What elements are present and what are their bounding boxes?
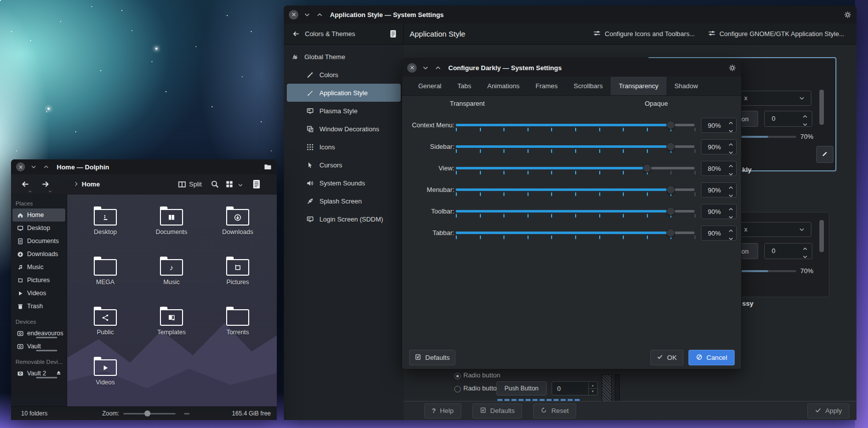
spin-down-icon[interactable] — [802, 254, 808, 261]
zoom-slider-handle[interactable] — [144, 410, 150, 416]
transparency-slider[interactable] — [456, 116, 695, 134]
radio-unselected[interactable] — [454, 386, 461, 392]
minimize-icon[interactable] — [303, 11, 311, 19]
slider-handle[interactable] — [666, 142, 675, 151]
percent-spinbox[interactable]: 90% — [701, 204, 737, 219]
places-item-endeavouros[interactable]: endeavouros — [13, 327, 65, 340]
spin-up-icon[interactable] — [728, 141, 734, 149]
tab-shadow[interactable]: Shadow — [666, 77, 706, 95]
breadcrumb-home[interactable]: Home — [82, 180, 100, 188]
preview-push-button[interactable]: Push Button — [496, 381, 547, 395]
minimize-icon[interactable] — [421, 64, 429, 72]
transparency-slider[interactable] — [456, 181, 695, 199]
system-settings-titlebar[interactable]: Application Style — System Settings — [284, 6, 856, 24]
zoom-slider[interactable] — [123, 413, 176, 414]
folder-desktop[interactable]: Desktop — [75, 206, 135, 251]
places-item-music[interactable]: Music — [13, 261, 65, 274]
maximize-icon[interactable] — [42, 163, 50, 171]
places-item-downloads[interactable]: Downloads — [13, 248, 65, 261]
places-item-videos[interactable]: Videos — [13, 287, 65, 300]
slider-handle[interactable] — [666, 121, 675, 129]
places-item-documents[interactable]: Documents — [13, 235, 65, 248]
preview-scrollbar[interactable] — [819, 90, 824, 125]
defaults-button[interactable]: Defaults — [472, 403, 523, 418]
gear-icon[interactable] — [843, 11, 851, 19]
spin-up-icon[interactable] — [802, 113, 808, 121]
folder-pictures[interactable]: Pictures — [208, 257, 268, 301]
minimize-icon[interactable] — [30, 163, 38, 171]
preview-spinbox[interactable]: 0 — [764, 111, 812, 127]
breadcrumb[interactable]: Colors & Themes — [284, 24, 404, 44]
menu-icon[interactable] — [252, 179, 261, 190]
sidebar-item-colors[interactable]: Colors — [287, 66, 401, 84]
cancel-button[interactable]: Cancel — [688, 350, 735, 365]
back-menu-chevron-icon[interactable] — [28, 187, 32, 195]
percent-spinbox[interactable]: 90% — [701, 118, 737, 133]
percent-spinbox[interactable]: 90% — [701, 139, 737, 154]
forward-menu-chevron-icon[interactable] — [48, 187, 52, 195]
percent-spinbox[interactable]: 80% — [701, 161, 737, 176]
spin-up-icon[interactable] — [802, 246, 808, 253]
tab-tabs[interactable]: Tabs — [449, 77, 479, 95]
reset-button[interactable]: Reset — [533, 403, 576, 418]
preview-scrollbar[interactable] — [819, 220, 824, 252]
spin-down-icon[interactable] — [728, 171, 734, 178]
folder-public[interactable]: Public — [75, 307, 135, 351]
folder-downloads[interactable]: Downloads — [208, 206, 268, 251]
sidebar-item-global-theme[interactable]: Global Theme — [287, 48, 401, 66]
folder-mega[interactable]: MEGA — [75, 257, 135, 301]
folder-videos[interactable]: Videos — [75, 357, 135, 401]
spin-down-icon[interactable] — [728, 192, 734, 200]
tab-transparency[interactable]: Transparency — [611, 77, 666, 95]
slider-handle[interactable] — [666, 229, 675, 237]
slider-handle[interactable] — [666, 185, 675, 194]
transparency-slider[interactable] — [456, 224, 695, 242]
split-label[interactable]: Split — [189, 180, 202, 188]
sidebar-item-icons[interactable]: Icons — [287, 138, 401, 156]
gear-icon[interactable] — [728, 64, 736, 72]
slider-handle[interactable] — [643, 164, 651, 172]
places-item-pictures[interactable]: Pictures — [13, 274, 65, 287]
configure-gtk-style-button[interactable]: Configure GNOME/GTK Application Style... — [708, 30, 844, 39]
tab-animations[interactable]: Animations — [479, 77, 528, 95]
view-mode-chevron-icon[interactable] — [238, 182, 243, 189]
apply-button[interactable]: Apply — [807, 403, 849, 418]
back-icon[interactable] — [292, 30, 300, 38]
transparency-slider[interactable] — [456, 138, 695, 156]
spin-down-icon[interactable] — [802, 121, 808, 129]
help-button[interactable]: ?Help — [424, 403, 461, 418]
tab-general[interactable]: General — [410, 77, 449, 95]
spin-down-icon[interactable] — [728, 236, 734, 243]
places-item-desktop[interactable]: Desktop — [13, 222, 65, 235]
search-icon[interactable] — [211, 180, 219, 190]
folder-templates[interactable]: Templates — [141, 307, 202, 351]
transparency-slider[interactable] — [456, 159, 695, 177]
spin-up-icon[interactable] — [728, 163, 734, 170]
radio-selected[interactable] — [454, 373, 461, 379]
spin-up-icon[interactable] — [728, 228, 734, 235]
darkly-titlebar[interactable]: Configure Darkly — System Settings — [402, 59, 741, 77]
spin-up-icon[interactable] — [728, 206, 734, 213]
spin-down-icon[interactable] — [728, 149, 734, 157]
sidebar-item-plasma-style[interactable]: Plasma Style — [287, 102, 401, 120]
places-item-home[interactable]: Home — [13, 208, 65, 222]
folder-torrents[interactable]: Torrents — [208, 307, 268, 351]
folder-music[interactable]: ♪Music — [141, 257, 202, 301]
sidebar-toggle-icon[interactable] — [389, 30, 397, 38]
sidebar-item-cursors[interactable]: Cursors — [287, 156, 401, 174]
spin-down-icon[interactable] — [728, 128, 734, 135]
transparency-slider[interactable] — [456, 202, 695, 221]
spin-up-icon[interactable] — [728, 120, 734, 127]
preview-spinbox[interactable]: 0 — [764, 243, 812, 259]
places-item-vault-2[interactable]: Vault 2 — [13, 367, 65, 380]
split-icon[interactable] — [178, 180, 186, 190]
spin-buttons[interactable]: ▲▼ — [588, 382, 597, 394]
places-item-trash[interactable]: Trash — [13, 300, 65, 313]
dolphin-folder-view[interactable]: DesktopDocumentsDownloadsMEGA♪MusicPictu… — [67, 194, 277, 407]
spin-down-icon[interactable] — [728, 214, 734, 222]
view-mode-icon[interactable] — [226, 180, 233, 189]
ok-button[interactable]: OK — [650, 350, 683, 365]
configure-icons-toolbars-button[interactable]: Configure Icons and Toolbars... — [593, 30, 695, 39]
slider-handle[interactable] — [666, 207, 675, 216]
sidebar-item-system-sounds[interactable]: System Sounds — [287, 174, 401, 192]
